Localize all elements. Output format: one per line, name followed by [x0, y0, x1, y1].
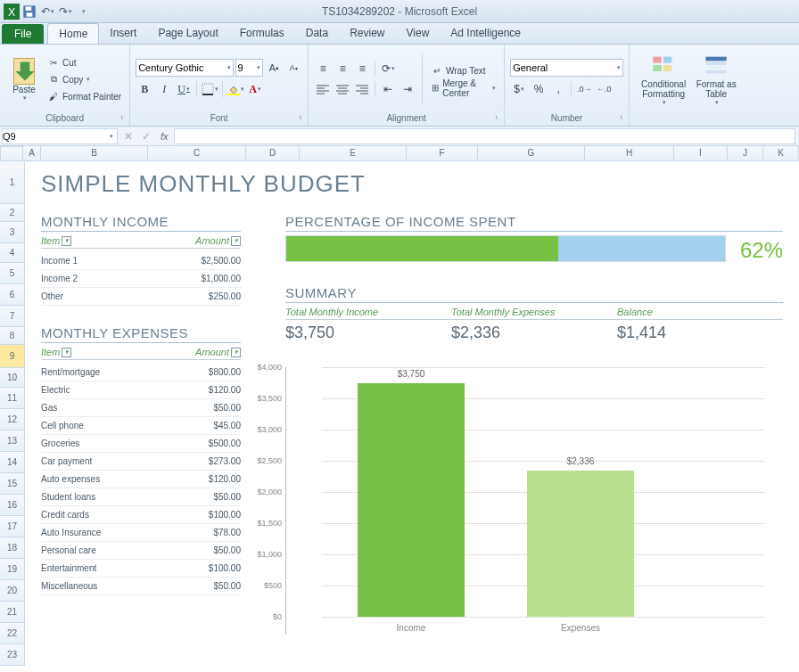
col-header[interactable]: A: [23, 146, 41, 161]
row-header[interactable]: 14: [0, 452, 25, 473]
format-painter-button[interactable]: 🖌Format Painter: [45, 88, 124, 104]
tab-home[interactable]: Home: [47, 23, 99, 44]
row-header[interactable]: 15: [0, 473, 25, 495]
col-header[interactable]: F: [407, 146, 478, 161]
tab-view[interactable]: View: [396, 23, 441, 44]
increase-indent-button[interactable]: ⇥: [399, 80, 416, 98]
table-row[interactable]: Income 2$1,000.00: [41, 270, 241, 288]
align-right-button[interactable]: [353, 80, 371, 98]
row-header[interactable]: 18: [0, 537, 25, 559]
col-header[interactable]: H: [585, 146, 674, 161]
row-header[interactable]: 23: [0, 644, 25, 666]
currency-button[interactable]: $▾: [510, 80, 528, 98]
row-header[interactable]: 1: [0, 161, 25, 204]
row-header[interactable]: 19: [0, 559, 25, 580]
align-left-button[interactable]: [314, 80, 332, 98]
row-header[interactable]: 9: [0, 345, 25, 368]
number-format-select[interactable]: General▾: [510, 59, 623, 77]
table-row[interactable]: Entertainment$100.00: [41, 560, 241, 578]
conditional-formatting-button[interactable]: Conditional Formatting▾: [635, 50, 692, 109]
row-header[interactable]: 12: [0, 409, 25, 430]
col-header[interactable]: D: [246, 146, 300, 161]
grow-font-button[interactable]: A▴: [265, 59, 283, 77]
filter-icon[interactable]: ▾: [62, 348, 71, 357]
row-header[interactable]: 3: [0, 222, 25, 243]
row-header[interactable]: 8: [0, 327, 25, 345]
fill-color-button[interactable]: ▾: [227, 80, 244, 98]
formula-input[interactable]: [174, 128, 795, 144]
tab-formulas[interactable]: Formulas: [229, 23, 295, 44]
table-row[interactable]: Cell phone$45.00: [41, 417, 241, 435]
col-header[interactable]: I: [674, 146, 728, 161]
align-top-button[interactable]: ≡: [314, 60, 332, 78]
save-icon[interactable]: [21, 4, 37, 20]
align-middle-button[interactable]: ≡: [334, 60, 351, 78]
file-tab[interactable]: File: [2, 24, 44, 44]
font-color-button[interactable]: A▾: [246, 80, 264, 98]
table-row[interactable]: Other$250.00: [41, 288, 241, 306]
select-all-corner[interactable]: [0, 146, 23, 161]
col-header[interactable]: C: [148, 146, 246, 161]
row-header[interactable]: 7: [0, 306, 25, 327]
bold-button[interactable]: B: [136, 80, 153, 98]
row-header[interactable]: 22: [0, 623, 25, 644]
comma-button[interactable]: ,: [549, 80, 567, 98]
filter-icon[interactable]: ▾: [231, 348, 241, 357]
table-row[interactable]: Electric$120.00: [41, 381, 241, 399]
redo-icon[interactable]: ↷▾: [57, 4, 73, 20]
undo-icon[interactable]: ↶▾: [39, 4, 55, 20]
col-header[interactable]: J: [728, 146, 763, 161]
tab-insert[interactable]: Insert: [99, 23, 147, 44]
underline-button[interactable]: U▾: [175, 80, 193, 98]
row-header[interactable]: 11: [0, 388, 25, 409]
col-header[interactable]: G: [478, 146, 585, 161]
shrink-font-button[interactable]: A▾: [284, 59, 302, 77]
tab-review[interactable]: Review: [339, 23, 395, 44]
table-row[interactable]: Credit cards$100.00: [41, 506, 241, 524]
row-header[interactable]: 4: [0, 243, 25, 263]
enter-formula-icon[interactable]: ✓: [137, 127, 155, 145]
merge-center-button[interactable]: ⊞Merge & Center▾: [428, 80, 498, 96]
font-size-select[interactable]: 9▾: [235, 59, 264, 77]
font-name-select[interactable]: Century Gothic▾: [136, 59, 233, 77]
row-header[interactable]: 21: [0, 602, 25, 623]
fx-icon[interactable]: fx: [161, 131, 169, 142]
row-header[interactable]: 10: [0, 368, 25, 388]
decrease-indent-button[interactable]: ⇤: [379, 80, 397, 98]
orientation-button[interactable]: ⟳▾: [379, 60, 397, 78]
qat-customize-icon[interactable]: ▾: [75, 4, 91, 20]
row-header[interactable]: 5: [0, 263, 25, 284]
row-header[interactable]: 16: [0, 495, 25, 516]
name-box[interactable]: Q9▾: [2, 128, 118, 144]
format-as-table-button[interactable]: Format as Table▾: [694, 50, 738, 109]
table-row[interactable]: Personal care$50.00: [41, 542, 241, 560]
tab-data[interactable]: Data: [295, 23, 339, 44]
cancel-formula-icon[interactable]: ✕: [119, 127, 137, 145]
col-header[interactable]: K: [763, 146, 799, 161]
row-header[interactable]: 20: [0, 580, 25, 602]
italic-button[interactable]: I: [155, 80, 173, 98]
row-header[interactable]: 6: [0, 284, 25, 306]
row-header[interactable]: 17: [0, 516, 25, 537]
filter-icon[interactable]: ▾: [62, 236, 71, 246]
percent-button[interactable]: %: [530, 80, 548, 98]
table-row[interactable]: Gas$50.00: [41, 399, 241, 417]
wrap-text-button[interactable]: ↵Wrap Text: [428, 63, 498, 79]
tab-page-layout[interactable]: Page Layout: [147, 23, 228, 44]
border-button[interactable]: ▾: [201, 80, 218, 98]
col-header[interactable]: B: [41, 146, 148, 161]
increase-decimal-button[interactable]: .0→: [575, 80, 593, 98]
row-header[interactable]: 2: [0, 204, 25, 222]
table-row[interactable]: Income 1$2,500.00: [41, 252, 241, 270]
table-row[interactable]: Student loans$50.00: [41, 488, 241, 506]
table-row[interactable]: Groceries$500.00: [41, 435, 241, 453]
copy-button[interactable]: ⧉Copy▾: [45, 71, 124, 87]
table-row[interactable]: Rent/mortgage$800.00: [41, 364, 241, 381]
tab-ad-intelligence[interactable]: Ad Intelligence: [440, 23, 531, 44]
align-bottom-button[interactable]: ≡: [353, 60, 371, 78]
row-header[interactable]: 13: [0, 430, 25, 452]
table-row[interactable]: Miscellaneous$50.00: [41, 578, 241, 595]
filter-icon[interactable]: ▾: [231, 236, 241, 246]
table-row[interactable]: Auto expenses$120.00: [41, 471, 241, 488]
col-header[interactable]: E: [300, 146, 407, 161]
